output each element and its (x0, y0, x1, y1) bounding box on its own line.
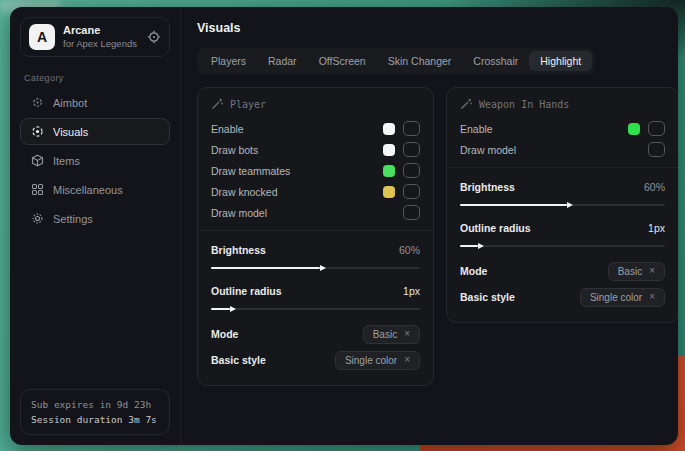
setting-row-outline-radius: Outline radius 1px (460, 217, 665, 238)
category-label: Category (24, 73, 166, 83)
setting-label: Draw model (460, 144, 516, 156)
setting-row-basic-style: Basic style Single color × (211, 347, 420, 373)
brand-card: A Arcane for Apex Legends (20, 17, 170, 57)
cube-icon (31, 154, 44, 167)
close-icon[interactable]: × (404, 355, 410, 365)
wand-icon (211, 98, 223, 110)
setting-row-mode: Mode Basic × (460, 258, 665, 284)
slider-value: 60% (399, 244, 420, 256)
close-icon[interactable]: × (404, 329, 410, 339)
color-swatch[interactable] (383, 186, 395, 198)
sidebar-item-items[interactable]: Items (20, 147, 170, 174)
outline-radius-slider[interactable] (211, 308, 420, 310)
brightness-slider[interactable] (460, 204, 665, 206)
tab-crosshair[interactable]: Crosshair (462, 51, 529, 71)
checkbox[interactable] (403, 205, 420, 220)
setting-label: Mode (211, 328, 238, 340)
tab-radar[interactable]: Radar (257, 51, 308, 71)
color-swatch[interactable] (383, 123, 395, 135)
wand-icon (460, 98, 472, 110)
setting-row-enable: Enable (211, 118, 420, 139)
setting-row-draw-knocked: Draw knocked (211, 181, 420, 202)
player-panel-header: Player (211, 98, 420, 110)
sidebar-nav: Aimbot Visuals Items (20, 89, 170, 232)
gear-icon (31, 212, 44, 225)
panel-title: Weapon In Hands (479, 99, 569, 110)
setting-label: Draw bots (211, 144, 258, 156)
app-logo: A (29, 24, 55, 50)
weapon-panel-header: Weapon In Hands (460, 98, 665, 110)
divider (198, 230, 433, 231)
setting-label: Outline radius (211, 285, 282, 297)
basic-style-chip[interactable]: Single color × (580, 288, 665, 307)
sidebar-item-settings[interactable]: Settings (20, 205, 170, 232)
close-icon[interactable]: × (649, 266, 655, 276)
basic-style-chip[interactable]: Single color × (335, 351, 420, 370)
checkbox[interactable] (403, 184, 420, 199)
sidebar-item-label: Aimbot (53, 97, 87, 109)
sidebar-item-label: Settings (53, 213, 93, 225)
tab-skin-changer[interactable]: Skin Changer (377, 51, 463, 71)
setting-label: Draw knocked (211, 186, 278, 198)
sidebar: A Arcane for Apex Legends Category (10, 7, 180, 445)
setting-label: Draw teammates (211, 165, 290, 177)
color-swatch[interactable] (383, 165, 395, 177)
session-info-card: Sub expires in 9d 23h Session duration 3… (20, 389, 170, 435)
sidebar-item-miscellaneous[interactable]: Miscellaneous (20, 176, 170, 203)
setting-label: Draw model (211, 207, 267, 219)
mode-chip[interactable]: Basic × (363, 325, 420, 344)
sidebar-item-aimbot[interactable]: Aimbot (20, 89, 170, 116)
color-swatch[interactable] (628, 123, 640, 135)
setting-row-draw-model: Draw model (211, 202, 420, 223)
visuals-eye-icon (31, 125, 44, 138)
setting-row-mode: Mode Basic × (211, 321, 420, 347)
settings-panels: Player Enable Draw bots (197, 87, 678, 386)
app-name: Arcane (63, 24, 139, 38)
setting-row-brightness: Brightness 60% (211, 239, 420, 260)
brightness-slider[interactable] (211, 267, 420, 269)
setting-row-draw-teammates: Draw teammates (211, 160, 420, 181)
setting-row-outline-radius: Outline radius 1px (211, 280, 420, 301)
setting-label: Mode (460, 265, 487, 277)
setting-label: Enable (211, 123, 244, 135)
divider (447, 167, 678, 168)
checkbox[interactable] (648, 121, 665, 136)
setting-label: Basic style (211, 354, 266, 366)
tab-players[interactable]: Players (200, 51, 257, 71)
player-panel: Player Enable Draw bots (197, 87, 434, 386)
mode-chip[interactable]: Basic × (608, 262, 665, 281)
target-icon[interactable] (147, 30, 161, 44)
app-subtitle: for Apex Legends (63, 38, 139, 50)
setting-label: Brightness (460, 181, 515, 193)
checkbox[interactable] (403, 163, 420, 178)
tab-offscreen[interactable]: OffScreen (308, 51, 377, 71)
slider-thumb[interactable] (320, 265, 326, 271)
slider-thumb[interactable] (567, 202, 573, 208)
setting-row-basic-style: Basic style Single color × (460, 284, 665, 310)
slider-value: 1px (403, 285, 420, 297)
sidebar-item-label: Visuals (53, 126, 88, 138)
sidebar-item-visuals[interactable]: Visuals (20, 118, 170, 145)
checkbox[interactable] (403, 142, 420, 157)
slider-thumb[interactable] (478, 243, 484, 249)
tab-highlight[interactable]: Highlight (529, 51, 592, 71)
outline-radius-slider[interactable] (460, 245, 665, 247)
setting-label: Brightness (211, 244, 266, 256)
tab-bar: Players Radar OffScreen Skin Changer Cro… (197, 48, 595, 74)
setting-row-enable: Enable (460, 118, 665, 139)
sidebar-item-label: Miscellaneous (53, 184, 123, 196)
color-swatch[interactable] (383, 144, 395, 156)
page-title: Visuals (197, 21, 678, 35)
checkbox[interactable] (403, 121, 420, 136)
slider-value: 1px (648, 222, 665, 234)
setting-label: Enable (460, 123, 493, 135)
setting-label: Basic style (460, 291, 515, 303)
weapon-in-hands-panel: Weapon In Hands Enable Draw model (446, 87, 678, 323)
sidebar-item-label: Items (53, 155, 80, 167)
slider-value: 60% (644, 181, 665, 193)
close-icon[interactable]: × (649, 292, 655, 302)
checkbox[interactable] (648, 142, 665, 157)
setting-row-draw-bots: Draw bots (211, 139, 420, 160)
main-content: Visuals Players Radar OffScreen Skin Cha… (180, 7, 678, 445)
slider-thumb[interactable] (230, 306, 236, 312)
